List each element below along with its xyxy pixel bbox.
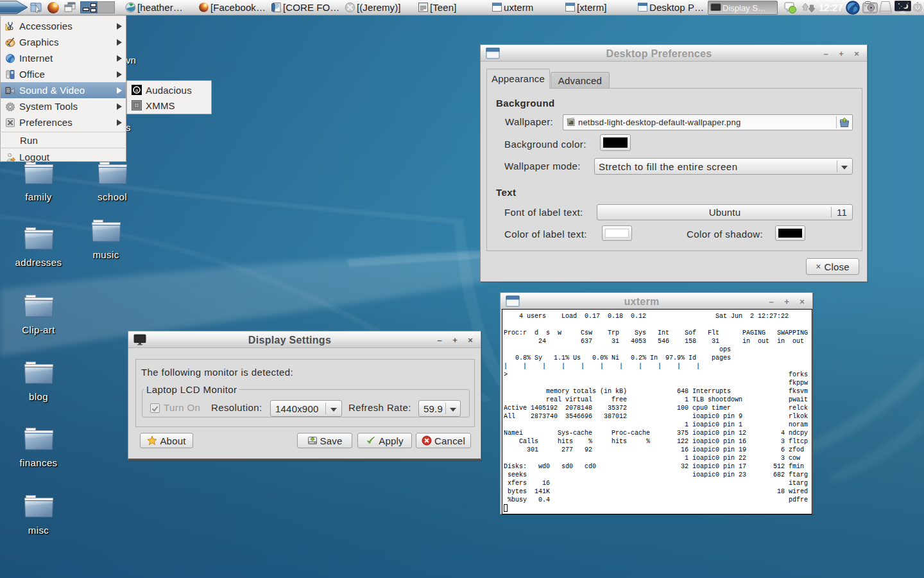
svg-text:a: a (135, 87, 139, 93)
